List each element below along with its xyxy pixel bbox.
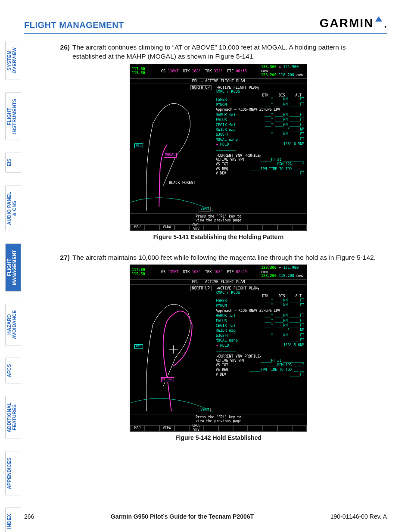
fpl-leg: HABUK iaf___° ____NM _____FT [216, 314, 304, 318]
brand-text: GARMIN [320, 16, 374, 30]
softkey[interactable] [248, 224, 262, 230]
guide-title: Garmin G950 Pilot’s Guide for the Tecnam… [111, 513, 254, 520]
map-waypoint-mogal: MOGAL [164, 153, 177, 158]
side-tab[interactable]: HAZARD AVOIDANCE [5, 304, 21, 345]
afp-route: KMKC / KCOS [216, 90, 304, 93]
dtk: DTK 168° [183, 270, 201, 274]
item-number: 27) [56, 253, 70, 262]
side-tab[interactable]: ADDITIONAL FEATURES [5, 396, 21, 439]
side-tab[interactable]: FLIGHT MANAGEMENT [5, 243, 21, 292]
afp-columns: DTKDISALT [216, 295, 304, 299]
vnv-row: VS TGT_____FPM FPA ____° [216, 363, 304, 368]
mfd-topbar: 117.80 115.50 GS 135KT DTK 168° TRK 168°… [130, 265, 307, 280]
softkey-row: MAPVIEWCNCL VNV [130, 425, 307, 431]
vnv-row: VS REQ_____FPM TIME TO TOD __:__ [216, 368, 304, 373]
mfd-map[interactable]: NORTH UP WEI MOGAL BLACK FOREST 20NM [130, 84, 213, 213]
softkey[interactable] [292, 224, 307, 230]
softkey[interactable] [218, 224, 233, 230]
side-tab[interactable]: EIS [5, 152, 21, 173]
vnv-row: ACTIVE VNV WPT_____FT at __________ [216, 158, 304, 162]
flight-plan-panel: ┌ACTIVE FLIGHT PLAN┐ KMKC / KCOS DTKDISA… [213, 84, 307, 213]
side-tab[interactable]: FLIGHT INSTRUMENTS [5, 92, 21, 140]
map-waypoint-wei: WEI [134, 344, 143, 349]
softkey[interactable] [218, 425, 233, 431]
softkey[interactable] [277, 224, 292, 230]
north-up-badge: NORTH UP [190, 286, 212, 291]
side-tab[interactable]: AUDIO PANEL & CNS [5, 185, 21, 231]
section-title: FLIGHT MANAGEMENT [24, 20, 124, 30]
figure-mfd-1: 117.80 115.50 GS 116KT DTK 168° TRK 332°… [130, 64, 307, 231]
item-text: The aircraft continues climbing to “AT o… [72, 43, 381, 61]
figure-caption-1: Figure 5-141 Establishing the Holding Pa… [56, 233, 381, 240]
vnv-profile: ┌CURRENT VNV PROFILE┐ ACTIVE VNV WPT____… [216, 355, 304, 377]
fpl-leg: 6368FT___° ____NM _____FT [216, 132, 304, 137]
softkey[interactable]: MAP [130, 425, 145, 431]
fpl-leg: PYNON___° ____NM _____FT [216, 303, 304, 308]
trk: TRK 168° [205, 270, 223, 274]
brand-period: . [384, 18, 387, 30]
softkey[interactable]: VIEW [159, 224, 174, 230]
brand-delta-icon [375, 16, 382, 22]
figure-caption-2: Figure 5-142 Hold Established [56, 434, 381, 441]
vnv-row: ACTIVE VNV WPT_____FT at __________ [216, 359, 304, 364]
item-number: 26) [56, 43, 70, 61]
softkey[interactable] [263, 224, 277, 230]
mfd-page-title: FPL – ACTIVE FLIGHT PLAN [130, 79, 307, 84]
map-waypoint-mogal: MOGAL [161, 377, 174, 382]
fpl-leg: HABUK iaf___° ____NM _____FT [216, 113, 304, 118]
north-up-badge: NORTH UP [190, 85, 212, 90]
side-tab[interactable]: APPENDICES [5, 451, 21, 496]
softkey[interactable] [233, 425, 248, 431]
vnv-profile: ┌CURRENT VNV PROFILE┐ ACTIVE VNV WPT____… [216, 154, 304, 177]
softkey[interactable] [248, 425, 262, 431]
dtk: DTK 168° [183, 69, 201, 73]
com2: 128.200 118.200 COM2 [261, 274, 305, 278]
map-svg [130, 285, 213, 414]
mfd-map[interactable]: NORTH UP WEI MOGAL 20NM [130, 285, 213, 414]
fpl-leg: CEGIX faf___° ____NM _____FT [216, 324, 304, 328]
com1: 133.300 ↔ 121.900 COM1 [261, 65, 305, 73]
afp-route: KMKC / KCOS [216, 291, 304, 295]
separator: ___________ [216, 147, 304, 151]
softkey[interactable]: VIEW [159, 425, 174, 431]
softkey[interactable] [277, 425, 292, 431]
softkey[interactable] [292, 425, 307, 431]
ete: ETE 00:15 [227, 69, 247, 73]
softkey[interactable] [233, 224, 248, 230]
afp-columns: DTKDISALT [216, 94, 304, 98]
softkey[interactable] [174, 224, 189, 230]
softkey[interactable]: MAP [130, 224, 145, 230]
vnv-row: V DEV_____FT [216, 171, 304, 176]
softkey[interactable] [263, 425, 277, 431]
softkey-row: MAPVIEWCNCL VNV [130, 224, 307, 230]
nav2-active: 115.50 [132, 272, 147, 276]
item-text: The aircraft maintains 10,000 feet while… [72, 253, 376, 262]
softkey[interactable] [145, 224, 159, 230]
approach-label: Approach – KCOS-RNAV 35RGPS LPV [216, 309, 304, 313]
brand-logo: GARMIN . [320, 16, 387, 30]
content: 26) The aircraft continues climbing to “… [56, 43, 381, 454]
fpl-leg: RW35R map___° ____NM [216, 128, 304, 132]
doc-revision: 190-01146-00 Rev. A [330, 513, 387, 520]
flight-plan-panel: ┌ACTIVE FLIGHT PLAN┐ KMKC / KCOS DTKDISA… [213, 285, 307, 414]
side-tab[interactable]: INDEX [5, 507, 21, 532]
softkey[interactable]: CNCL VNV [189, 224, 204, 230]
list-item: 27) The aircraft maintains 10,000 feet w… [56, 253, 381, 262]
map-scale: 20NM [199, 207, 210, 212]
mfd-hint: Press the "FPL" key toview the previous … [130, 414, 307, 425]
fpl-leg: MOGAL mahp _____FT [216, 137, 304, 142]
side-tab[interactable]: SYSTEM OVERVIEW [5, 41, 21, 80]
fpl-leg: FSHER___° ____NM _____FT [216, 97, 304, 102]
map-waypoint-wei: WEI [134, 143, 143, 148]
softkey[interactable] [204, 224, 218, 230]
softkey[interactable]: CNCL VNV [189, 425, 204, 431]
fpl-leg: MOGAL mahp _____FT [216, 338, 304, 343]
softkey[interactable] [145, 425, 159, 431]
softkey[interactable] [204, 425, 218, 431]
fpl-leg: FALUR___° ____NM _____FT [216, 319, 304, 324]
map-scale: 20NM [199, 408, 210, 413]
side-tab[interactable]: AFCS [5, 358, 21, 384]
softkey[interactable] [174, 425, 189, 431]
fpl-leg: FALUR___° ____NM _____FT [216, 118, 304, 122]
fpl-leg: PYNON___° ____NM _____FT [216, 103, 304, 107]
